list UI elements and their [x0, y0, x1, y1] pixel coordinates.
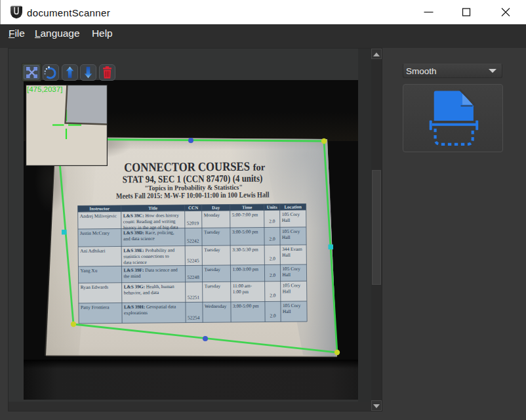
svg-text:Hall: Hall — [282, 272, 291, 278]
svg-text:2.0: 2.0 — [269, 218, 275, 224]
svg-text:3:00-5:00 pm: 3:00-5:00 pm — [233, 303, 259, 308]
svg-text:Tuesday: Tuesday — [205, 283, 221, 289]
svg-text:L&S 39F: Data science and: L&S 39F: Data science and — [123, 266, 178, 273]
svg-text:explorations: explorations — [124, 310, 148, 316]
svg-text:Location: Location — [284, 205, 302, 210]
svg-text:the mind: the mind — [123, 273, 140, 279]
svg-text:1:00 pm: 1:00 pm — [233, 289, 249, 295]
svg-text:2.0: 2.0 — [270, 255, 276, 261]
svg-text:Meets Fall 2015: M-W-F 10:00-1: Meets Fall 2015: M-W-F 10:00-11:00 in 10… — [116, 190, 270, 200]
svg-text:for: for — [253, 162, 266, 173]
svg-text:and data science: and data science — [123, 236, 155, 242]
svg-text:Hall: Hall — [282, 234, 291, 240]
svg-text:11:00 am-: 11:00 am- — [233, 283, 253, 289]
svg-text:Ryan Edwards: Ryan Edwards — [81, 284, 109, 290]
svg-text:Andrej Milivojevic: Andrej Milivojevic — [80, 213, 117, 219]
svg-text:Patty Frontiera: Patty Frontiera — [81, 304, 110, 310]
svg-text:Instructor: Instructor — [89, 206, 110, 211]
svg-text:L&S 39D: Race, policing,: L&S 39D: Race, policing, — [123, 230, 174, 236]
svg-text:Hall: Hall — [283, 288, 291, 294]
svg-text:L&S 39H: Geospatial data: L&S 39H: Geospatial data — [124, 304, 176, 310]
svg-text:Hall: Hall — [283, 308, 291, 314]
svg-text:statistics connections to: statistics connections to — [123, 253, 169, 260]
svg-text:Title: Title — [148, 205, 157, 211]
svg-text:3:00-5:00 pm: 3:00-5:00 pm — [232, 228, 258, 234]
svg-text:L&S 39G: Health, human: L&S 39G: Health, human — [124, 284, 174, 290]
svg-text:Monday: Monday — [204, 212, 220, 218]
svg-text:Day: Day — [212, 205, 220, 211]
svg-text:1:00-3:00 pm: 1:00-3:00 pm — [232, 266, 258, 272]
svg-text:Hall: Hall — [282, 217, 291, 223]
svg-text:52251: 52251 — [188, 294, 200, 300]
svg-text:Ani Adhikari: Ani Adhikari — [80, 247, 105, 253]
svg-text:105 Cory: 105 Cory — [283, 303, 301, 308]
svg-text:Tuesday: Tuesday — [204, 247, 220, 253]
svg-text:2.0: 2.0 — [270, 272, 276, 278]
svg-text:105 Cory: 105 Cory — [283, 282, 301, 288]
svg-text:Time: Time — [242, 205, 253, 210]
svg-text:52245: 52245 — [187, 257, 199, 263]
svg-text:3:30-5:30 pm: 3:30-5:30 pm — [232, 246, 258, 252]
svg-text:2.0: 2.0 — [270, 312, 276, 318]
svg-text:[475,2037]: [475,2037] — [27, 85, 62, 93]
svg-text:2.0: 2.0 — [270, 292, 276, 298]
svg-text:5:00-7:00 pm: 5:00-7:00 pm — [232, 211, 258, 217]
svg-text:Justin McCrary: Justin McCrary — [80, 230, 110, 236]
svg-text:344 Evans: 344 Evans — [282, 246, 302, 252]
svg-text:105 Cory: 105 Cory — [282, 211, 300, 217]
svg-text:52254: 52254 — [188, 314, 200, 320]
svg-text:52242: 52242 — [187, 238, 199, 243]
svg-text:data science: data science — [123, 259, 147, 265]
svg-text:52248: 52248 — [188, 274, 200, 280]
svg-text:Hall: Hall — [282, 252, 291, 258]
svg-text:Wednesday: Wednesday — [205, 303, 227, 309]
svg-text:Yang Xu: Yang Xu — [80, 268, 97, 274]
svg-text:Units: Units — [267, 205, 277, 210]
svg-text:105 Cory: 105 Cory — [282, 266, 300, 272]
svg-text:Tuesday: Tuesday — [204, 229, 220, 235]
svg-text:2.0: 2.0 — [269, 236, 275, 242]
svg-text:CCN: CCN — [188, 205, 198, 211]
svg-text:105 Cory: 105 Cory — [282, 228, 300, 234]
svg-text:behavior, and data: behavior, and data — [124, 289, 159, 295]
svg-text:Tuesday: Tuesday — [204, 266, 220, 272]
svg-text:52019: 52019 — [187, 220, 199, 226]
